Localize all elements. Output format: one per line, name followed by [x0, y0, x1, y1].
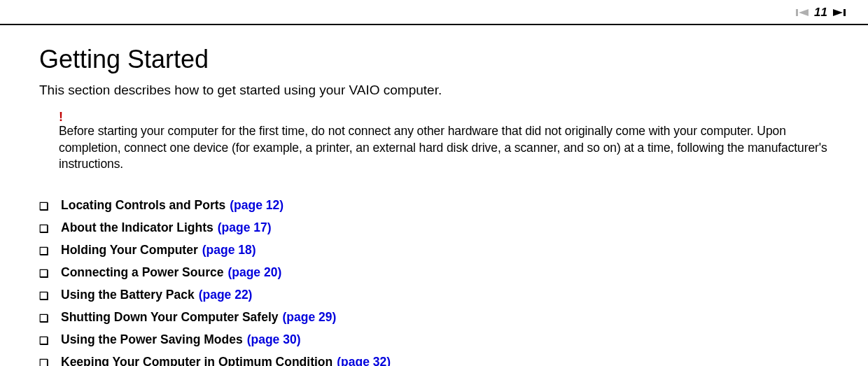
toc-page-link[interactable]: (page 32) — [337, 355, 391, 366]
svg-rect-3 — [844, 9, 846, 16]
bullet-icon: ❑ — [39, 335, 48, 346]
toc-label: Using the Power Saving Modes — [61, 332, 243, 346]
toc-item: ❑ Keeping Your Computer in Optimum Condi… — [39, 355, 829, 366]
page-content: Getting Started This section describes h… — [0, 25, 868, 366]
toc-label: About the Indicator Lights — [61, 220, 214, 234]
toc-page-link[interactable]: (page 22) — [199, 288, 253, 302]
page-title: Getting Started — [39, 45, 829, 74]
page-header: 11 — [0, 0, 868, 25]
toc-label: Using the Battery Pack — [61, 288, 195, 302]
intro-text: This section describes how to get starte… — [39, 83, 829, 98]
toc-label: Keeping Your Computer in Optimum Conditi… — [61, 355, 332, 366]
toc-label: Locating Controls and Ports — [61, 198, 225, 212]
svg-marker-0 — [799, 9, 808, 16]
toc-label: Shutting Down Your Computer Safely — [61, 310, 278, 324]
toc-label: Connecting a Power Source — [61, 265, 223, 279]
warning-text: Before starting your computer for the fi… — [59, 123, 829, 173]
toc-item: ❑ Locating Controls and Ports(page 12) — [39, 198, 829, 213]
toc-page-link[interactable]: (page 17) — [218, 220, 272, 234]
toc-item: ❑ Connecting a Power Source(page 20) — [39, 265, 829, 280]
toc-page-link[interactable]: (page 12) — [230, 198, 284, 212]
toc-item: ❑ Shutting Down Your Computer Safely(pag… — [39, 310, 829, 325]
svg-marker-2 — [833, 9, 843, 16]
nav-forward-icon[interactable] — [833, 8, 846, 17]
warning-icon: ! — [59, 111, 829, 123]
bullet-icon: ❑ — [39, 313, 48, 323]
page-number: 11 — [814, 6, 827, 20]
toc-item: ❑ Holding Your Computer(page 18) — [39, 243, 829, 258]
toc-page-link[interactable]: (page 30) — [247, 332, 301, 346]
toc-item: ❑ About the Indicator Lights(page 17) — [39, 220, 829, 235]
toc-list: ❑ Locating Controls and Ports(page 12) ❑… — [39, 198, 829, 366]
bullet-icon: ❑ — [39, 201, 48, 211]
toc-label: Holding Your Computer — [61, 243, 198, 257]
toc-page-link[interactable]: (page 20) — [227, 265, 281, 279]
toc-item: ❑ Using the Battery Pack(page 22) — [39, 288, 829, 302]
toc-page-link[interactable]: (page 18) — [202, 243, 256, 257]
bullet-icon: ❑ — [39, 223, 48, 234]
warning-block: ! Before starting your computer for the … — [59, 111, 829, 173]
toc-item: ❑ Using the Power Saving Modes(page 30) — [39, 332, 829, 347]
bullet-icon: ❑ — [39, 246, 48, 256]
bullet-icon: ❑ — [39, 290, 48, 301]
bullet-icon: ❑ — [39, 358, 48, 366]
bullet-icon: ❑ — [39, 268, 48, 279]
svg-rect-1 — [796, 9, 798, 16]
toc-page-link[interactable]: (page 29) — [282, 310, 336, 324]
nav-back-icon[interactable] — [796, 8, 808, 17]
